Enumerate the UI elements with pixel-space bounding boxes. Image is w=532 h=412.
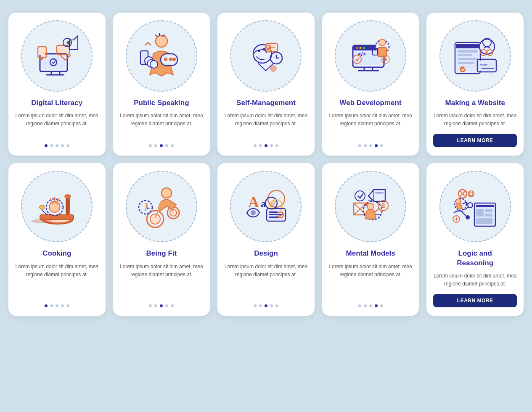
dots-container	[358, 144, 383, 147]
dot-2	[160, 144, 163, 147]
icon-area-mental-models	[335, 171, 406, 242]
dot-1	[259, 304, 262, 307]
dot-2	[265, 144, 267, 147]
card-design: A a Design Lorem ipsum dolor sit dim ame…	[217, 163, 315, 316]
card-desc-cooking: Lorem ipsum dolor sit dim amet, mea regi…	[15, 263, 99, 298]
card-desc-public-speaking: Lorem ipsum dolor sit dim amet, mea regi…	[120, 112, 204, 138]
svg-point-72	[32, 219, 53, 223]
learn-more-button-logic-reasoning[interactable]: LEARN MORE	[433, 294, 517, 307]
dot-1	[259, 144, 262, 147]
card-desc-mental-models: Lorem ipsum dolor sit dim amet, mea regi…	[329, 263, 413, 298]
card-desc-design: Lorem ipsum dolor sit dim amet, mea regi…	[224, 263, 308, 298]
svg-point-71	[64, 194, 71, 198]
svg-point-35	[360, 47, 362, 49]
svg-point-74	[150, 214, 160, 224]
svg-rect-53	[458, 62, 474, 64]
dot-0	[149, 144, 152, 147]
card-logic-reasoning: Logic andReasoning Lorem ipsum dolor sit…	[426, 163, 524, 316]
svg-point-20	[172, 58, 176, 61]
dot-3	[165, 304, 168, 307]
dot-4	[380, 144, 383, 147]
card-desc-self-management: Lorem ipsum dolor sit dim amet, mea regi…	[224, 112, 308, 138]
icon-area-digital-literacy: 🎓	[21, 20, 93, 92]
svg-point-16	[150, 61, 158, 68]
dot-3	[61, 304, 64, 307]
dot-4	[66, 144, 69, 147]
icon-area-self-management: 1 ━━	[230, 20, 302, 92]
card-desc-making-website: Lorem ipsum dolor sit dim amet, mea regi…	[433, 112, 517, 128]
dot-2	[56, 304, 58, 307]
svg-point-30	[270, 65, 277, 72]
card-self-management: 1 ━━ Self-Management Lorem ipsum dolor s…	[217, 13, 315, 156]
dot-0	[358, 304, 361, 307]
dot-3	[165, 144, 168, 147]
card-title-self-management: Self-Management	[236, 98, 296, 108]
icon-area-cooking	[21, 171, 93, 242]
svg-point-92	[251, 210, 256, 215]
dot-4	[275, 144, 278, 147]
dot-3	[61, 144, 64, 147]
svg-text:</>: </>	[358, 51, 366, 57]
dot-2	[160, 304, 163, 307]
dot-0	[358, 144, 361, 147]
svg-rect-52	[458, 58, 478, 60]
card-mental-models: Mental Models Lorem ipsum dolor sit dim …	[322, 163, 419, 316]
svg-point-34	[356, 47, 358, 49]
dot-2	[56, 144, 58, 147]
svg-point-106	[456, 199, 461, 204]
card-desc-logic-reasoning: Lorem ipsum dolor sit dim amet, mea regi…	[433, 272, 517, 288]
svg-rect-50	[458, 50, 478, 53]
card-digital-literacy: 🎓 Digital Literacy Lorem ipsum dolor sit…	[8, 13, 106, 156]
card-title-mental-models: Mental Models	[346, 249, 395, 258]
dots-container	[149, 144, 174, 147]
icon-area-logic-reasoning	[439, 171, 511, 242]
svg-point-61	[460, 66, 466, 72]
svg-point-96	[355, 191, 365, 201]
card-title-public-speaking: Public Speaking	[134, 98, 189, 108]
card-desc-web-development: Lorem ipsum dolor sit dim amet, mea regi…	[329, 112, 413, 138]
dots-container	[149, 304, 174, 307]
dot-0	[254, 304, 257, 307]
dot-4	[171, 144, 174, 147]
card-making-website: www Making a Website Lorem ipsum dolor s…	[426, 13, 524, 156]
svg-rect-102	[485, 214, 492, 217]
dots-container	[254, 144, 278, 147]
dots-container	[45, 144, 69, 147]
card-title-being-fit: Being Fit	[146, 249, 177, 258]
svg-rect-101	[485, 209, 492, 212]
dot-1	[364, 304, 367, 307]
dot-1	[154, 304, 157, 307]
dot-4	[171, 304, 174, 307]
dot-0	[45, 304, 48, 307]
dot-3	[270, 304, 273, 307]
card-title-digital-literacy: Digital Literacy	[31, 98, 82, 108]
svg-point-109	[468, 191, 474, 197]
svg-rect-49	[456, 44, 479, 48]
svg-point-77	[161, 188, 172, 198]
svg-rect-88	[269, 211, 278, 213]
dot-1	[364, 144, 367, 147]
svg-text:🎓: 🎓	[66, 40, 71, 45]
card-title-logic-reasoning: Logic andReasoning	[457, 249, 493, 267]
card-public-speaking: Public Speaking Lorem ipsum dolor sit di…	[113, 13, 210, 156]
svg-point-76	[170, 209, 177, 216]
dot-1	[50, 144, 53, 147]
card-title-design: Design	[254, 249, 278, 258]
svg-point-95	[367, 203, 374, 210]
icon-area-making-website: www	[439, 20, 511, 92]
card-desc-digital-literacy: Lorem ipsum dolor sit dim amet, mea regi…	[15, 112, 99, 138]
dot-1	[154, 144, 157, 147]
dot-1	[50, 304, 53, 307]
dot-2	[265, 304, 267, 307]
dot-4	[66, 304, 69, 307]
svg-rect-7	[58, 47, 68, 53]
svg-rect-70	[66, 197, 69, 214]
dot-4	[275, 304, 278, 307]
learn-more-button-making-website[interactable]: LEARN MORE	[433, 134, 517, 147]
dot-4	[380, 304, 383, 307]
icon-area-web-development: </>	[335, 20, 406, 92]
dot-3	[270, 144, 273, 147]
dot-0	[45, 144, 48, 147]
dots-container	[254, 304, 278, 307]
card-title-cooking: Cooking	[42, 249, 71, 258]
